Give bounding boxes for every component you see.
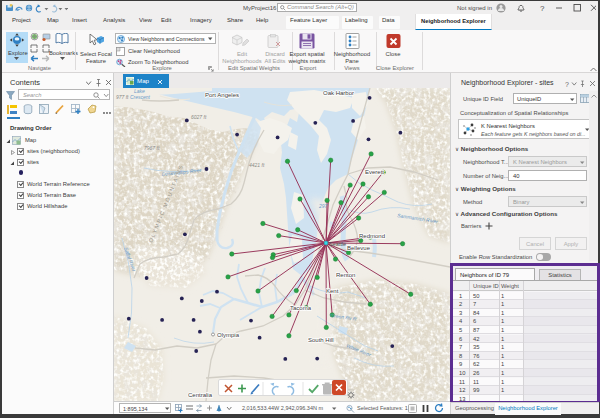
svg-text:7967 ft: 7967 ft [144,145,160,151]
svg-text:Seattle: Seattle [329,241,346,247]
svg-text:Tacoma: Tacoma [290,305,312,311]
svg-text:Crescent: Crescent [130,94,151,100]
svg-text:6027 ft: 6027 ft [191,114,207,120]
svg-text:?: ? [540,4,545,13]
svg-text:Redmond: Redmond [359,233,385,239]
svg-text:Bellevue: Bellevue [347,245,371,251]
svg-text:South Hill: South Hill [308,337,334,343]
svg-text:Everett: Everett [365,169,384,175]
svg-text:Port Angeles: Port Angeles [205,92,239,98]
svg-text:Olympia: Olympia [217,332,240,338]
svg-text:297: 297 [318,203,328,209]
svg-text:?: ? [565,81,569,88]
svg-text:Renton: Renton [336,272,355,278]
svg-text:Centralia: Centralia [188,392,213,398]
svg-text:Kent: Kent [326,288,339,294]
svg-text:Oak Harbor: Oak Harbor [323,90,354,96]
svg-text:977 ft: 977 ft [116,94,129,100]
svg-text:4421 ft: 4421 ft [249,162,265,168]
